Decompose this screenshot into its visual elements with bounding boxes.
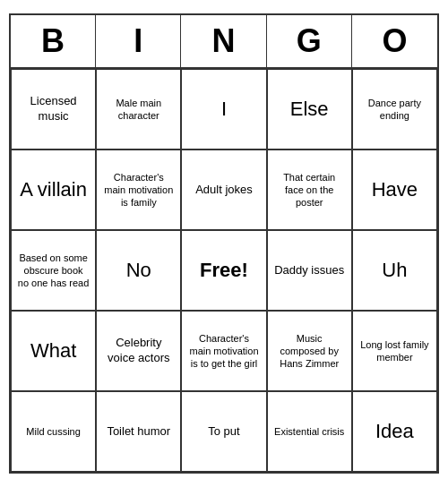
bingo-grid: Licensed musicMale main characterIElseDa…	[11, 69, 437, 472]
bingo-cell-16: Celebrity voice actors	[96, 311, 181, 391]
bingo-cell-22: To put	[181, 391, 266, 472]
bingo-cell-3: Else	[267, 69, 352, 150]
bingo-cell-12: Free!	[181, 230, 266, 311]
bingo-cell-17: Character's main motivation is to get th…	[181, 311, 266, 391]
bingo-cell-18: Music composed by Hans Zimmer	[267, 311, 352, 391]
bingo-cell-6: Character's main motivation is family	[96, 150, 181, 230]
bingo-cell-5: A villain	[11, 150, 96, 230]
bingo-cell-24: Idea	[352, 391, 437, 472]
bingo-header: BINGO	[11, 15, 437, 69]
bingo-cell-4: Dance party ending	[352, 69, 437, 150]
header-letter-i: I	[96, 15, 181, 67]
bingo-cell-15: What	[11, 311, 96, 391]
header-letter-n: N	[181, 15, 266, 67]
bingo-cell-19: Long lost family member	[352, 311, 437, 391]
bingo-cell-9: Have	[352, 150, 437, 230]
header-letter-o: O	[352, 15, 437, 67]
bingo-cell-20: Mild cussing	[11, 391, 96, 472]
bingo-cell-8: That certain face on the poster	[267, 150, 352, 230]
bingo-card: BINGO Licensed musicMale main characterI…	[9, 13, 439, 474]
header-letter-g: G	[267, 15, 352, 67]
bingo-cell-23: Existential crisis	[267, 391, 352, 472]
bingo-cell-10: Based on some obscure book no one has re…	[11, 230, 96, 311]
bingo-cell-13: Daddy issues	[267, 230, 352, 311]
bingo-cell-7: Adult jokes	[181, 150, 266, 230]
header-letter-b: B	[11, 15, 96, 67]
bingo-cell-11: No	[96, 230, 181, 311]
bingo-cell-1: Male main character	[96, 69, 181, 150]
bingo-cell-0: Licensed music	[11, 69, 96, 150]
bingo-cell-14: Uh	[352, 230, 437, 311]
bingo-cell-2: I	[181, 69, 266, 150]
bingo-cell-21: Toilet humor	[96, 391, 181, 472]
